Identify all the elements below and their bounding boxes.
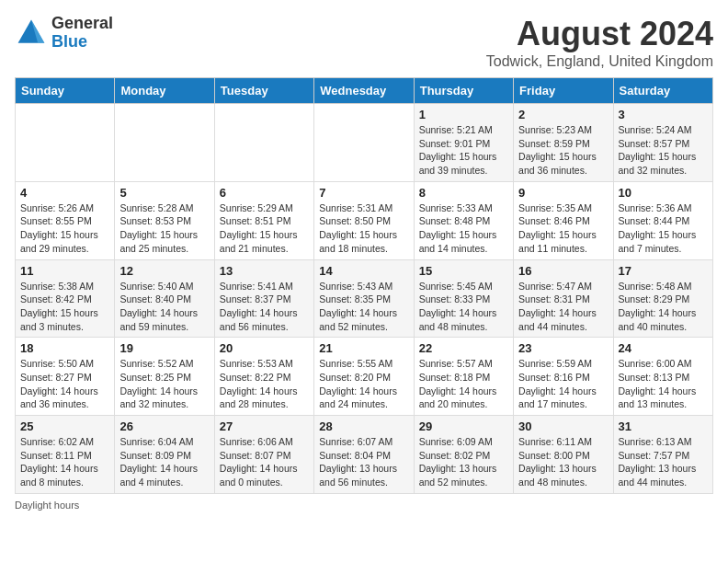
- day-detail: Sunrise: 5:43 AMSunset: 8:35 PMDaylight:…: [319, 280, 408, 334]
- day-number: 26: [119, 419, 209, 433]
- calendar-cell: 9 Sunrise: 5:35 AMSunset: 8:46 PMDayligh…: [514, 181, 613, 259]
- calendar-cell: 15 Sunrise: 5:45 AMSunset: 8:33 PMDaylig…: [414, 259, 513, 338]
- day-detail: Sunrise: 5:52 AMSunset: 8:25 PMDaylight:…: [119, 357, 209, 411]
- day-number: 6: [220, 186, 309, 200]
- calendar-cell: 24 Sunrise: 6:00 AMSunset: 8:13 PMDaylig…: [613, 338, 712, 416]
- day-detail: Sunrise: 5:23 AMSunset: 8:59 PMDaylight:…: [518, 123, 608, 178]
- day-number: 10: [619, 186, 708, 200]
- calendar-week-row: 11 Sunrise: 5:38 AMSunset: 8:42 PMDaylig…: [16, 259, 713, 338]
- day-number: 9: [518, 186, 608, 200]
- calendar-cell: 18 Sunrise: 5:50 AMSunset: 8:27 PMDaylig…: [16, 338, 115, 416]
- calendar-cell: 4 Sunrise: 5:26 AMSunset: 8:55 PMDayligh…: [16, 181, 115, 259]
- day-number: 5: [119, 186, 209, 200]
- calendar-cell: 13 Sunrise: 5:41 AMSunset: 8:37 PMDaylig…: [214, 259, 313, 338]
- calendar-day-header: Monday: [115, 78, 214, 104]
- calendar-cell: 11 Sunrise: 5:38 AMSunset: 8:42 PMDaylig…: [16, 259, 115, 338]
- day-detail: Sunrise: 5:41 AMSunset: 8:37 PMDaylight:…: [220, 280, 309, 334]
- calendar-day-header: Sunday: [16, 78, 115, 104]
- calendar-cell: 2 Sunrise: 5:23 AMSunset: 8:59 PMDayligh…: [514, 104, 613, 182]
- day-detail: Sunrise: 5:53 AMSunset: 8:22 PMDaylight:…: [220, 357, 309, 411]
- subtitle: Todwick, England, United Kingdom: [486, 53, 713, 70]
- calendar-cell: 8 Sunrise: 5:33 AMSunset: 8:48 PMDayligh…: [414, 181, 513, 259]
- day-detail: Sunrise: 5:31 AMSunset: 8:50 PMDaylight:…: [319, 201, 408, 256]
- day-number: 22: [419, 341, 508, 355]
- day-detail: Sunrise: 6:13 AMSunset: 7:57 PMDaylight:…: [619, 435, 708, 489]
- day-detail: Sunrise: 5:26 AMSunset: 8:55 PMDaylight:…: [20, 201, 109, 256]
- logo-general: General: [51, 15, 113, 33]
- day-number: 11: [20, 264, 109, 278]
- day-detail: Sunrise: 5:48 AMSunset: 8:29 PMDaylight:…: [619, 280, 708, 334]
- calendar-cell: [16, 104, 115, 182]
- day-number: 27: [220, 419, 309, 433]
- calendar-cell: 23 Sunrise: 5:59 AMSunset: 8:16 PMDaylig…: [514, 338, 613, 416]
- day-number: 17: [619, 264, 708, 278]
- calendar-cell: 21 Sunrise: 5:55 AMSunset: 8:20 PMDaylig…: [314, 338, 414, 416]
- calendar-cell: 16 Sunrise: 5:47 AMSunset: 8:31 PMDaylig…: [514, 259, 613, 338]
- calendar-cell: 10 Sunrise: 5:36 AMSunset: 8:44 PMDaylig…: [613, 181, 712, 259]
- calendar-cell: 1 Sunrise: 5:21 AMSunset: 9:01 PMDayligh…: [414, 104, 513, 182]
- day-detail: Sunrise: 5:33 AMSunset: 8:48 PMDaylight:…: [419, 201, 508, 256]
- day-number: 19: [119, 341, 209, 355]
- calendar-cell: 26 Sunrise: 6:04 AMSunset: 8:09 PMDaylig…: [115, 416, 214, 494]
- day-number: 21: [319, 341, 408, 355]
- calendar-cell: 30 Sunrise: 6:11 AMSunset: 8:00 PMDaylig…: [514, 416, 613, 494]
- day-number: 30: [518, 419, 608, 433]
- day-number: 15: [419, 264, 508, 278]
- footer-note: Daylight hours: [15, 500, 713, 511]
- day-detail: Sunrise: 5:40 AMSunset: 8:40 PMDaylight:…: [119, 280, 209, 334]
- calendar-cell: 3 Sunrise: 5:24 AMSunset: 8:57 PMDayligh…: [613, 104, 712, 182]
- day-number: 16: [518, 264, 608, 278]
- calendar-cell: [115, 104, 214, 182]
- day-number: 25: [20, 419, 109, 433]
- day-detail: Sunrise: 5:35 AMSunset: 8:46 PMDaylight:…: [518, 201, 608, 256]
- day-detail: Sunrise: 6:09 AMSunset: 8:02 PMDaylight:…: [419, 435, 508, 489]
- day-number: 4: [20, 186, 109, 200]
- day-number: 23: [518, 341, 608, 355]
- calendar-cell: 19 Sunrise: 5:52 AMSunset: 8:25 PMDaylig…: [115, 338, 214, 416]
- calendar-day-header: Tuesday: [214, 78, 313, 104]
- day-detail: Sunrise: 5:29 AMSunset: 8:51 PMDaylight:…: [220, 201, 309, 256]
- logo: General Blue: [15, 15, 113, 52]
- day-detail: Sunrise: 5:47 AMSunset: 8:31 PMDaylight:…: [518, 280, 608, 334]
- day-detail: Sunrise: 5:28 AMSunset: 8:53 PMDaylight:…: [119, 201, 209, 256]
- day-number: 29: [419, 419, 508, 433]
- calendar-table: SundayMondayTuesdayWednesdayThursdayFrid…: [15, 77, 713, 494]
- day-number: 7: [319, 186, 408, 200]
- day-number: 8: [419, 186, 508, 200]
- day-detail: Sunrise: 5:57 AMSunset: 8:18 PMDaylight:…: [419, 357, 508, 411]
- day-detail: Sunrise: 6:00 AMSunset: 8:13 PMDaylight:…: [619, 357, 708, 411]
- day-detail: Sunrise: 5:21 AMSunset: 9:01 PMDaylight:…: [419, 123, 508, 178]
- calendar-cell: 17 Sunrise: 5:48 AMSunset: 8:29 PMDaylig…: [613, 259, 712, 338]
- calendar-cell: 25 Sunrise: 6:02 AMSunset: 8:11 PMDaylig…: [16, 416, 115, 494]
- day-number: 31: [619, 419, 708, 433]
- logo-blue: Blue: [51, 33, 113, 52]
- day-detail: Sunrise: 5:45 AMSunset: 8:33 PMDaylight:…: [419, 280, 508, 334]
- calendar-cell: 22 Sunrise: 5:57 AMSunset: 8:18 PMDaylig…: [414, 338, 513, 416]
- calendar-cell: 27 Sunrise: 6:06 AMSunset: 8:07 PMDaylig…: [214, 416, 313, 494]
- day-number: 13: [220, 264, 309, 278]
- calendar-cell: 7 Sunrise: 5:31 AMSunset: 8:50 PMDayligh…: [314, 181, 414, 259]
- calendar-week-row: 4 Sunrise: 5:26 AMSunset: 8:55 PMDayligh…: [16, 181, 713, 259]
- day-detail: Sunrise: 6:07 AMSunset: 8:04 PMDaylight:…: [319, 435, 408, 489]
- calendar-day-header: Wednesday: [314, 78, 414, 104]
- day-number: 14: [319, 264, 408, 278]
- header: General Blue August 2024 Todwick, Englan…: [15, 15, 713, 70]
- calendar-cell: [214, 104, 313, 182]
- calendar-cell: 14 Sunrise: 5:43 AMSunset: 8:35 PMDaylig…: [314, 259, 414, 338]
- day-detail: Sunrise: 5:55 AMSunset: 8:20 PMDaylight:…: [319, 357, 408, 411]
- day-number: 24: [619, 341, 708, 355]
- day-number: 28: [319, 419, 408, 433]
- day-detail: Sunrise: 6:11 AMSunset: 8:00 PMDaylight:…: [518, 435, 608, 489]
- calendar-week-row: 25 Sunrise: 6:02 AMSunset: 8:11 PMDaylig…: [16, 416, 713, 494]
- calendar-day-header: Saturday: [613, 78, 712, 104]
- calendar-cell: 20 Sunrise: 5:53 AMSunset: 8:22 PMDaylig…: [214, 338, 313, 416]
- day-number: 2: [518, 108, 608, 121]
- day-detail: Sunrise: 6:04 AMSunset: 8:09 PMDaylight:…: [119, 435, 209, 489]
- day-number: 18: [20, 341, 109, 355]
- calendar-cell: 28 Sunrise: 6:07 AMSunset: 8:04 PMDaylig…: [314, 416, 414, 494]
- day-detail: Sunrise: 5:38 AMSunset: 8:42 PMDaylight:…: [20, 280, 109, 334]
- calendar-cell: 12 Sunrise: 5:40 AMSunset: 8:40 PMDaylig…: [115, 259, 214, 338]
- day-detail: Sunrise: 5:50 AMSunset: 8:27 PMDaylight:…: [20, 357, 109, 411]
- calendar-day-header: Friday: [514, 78, 613, 104]
- main-title: August 2024: [486, 15, 713, 53]
